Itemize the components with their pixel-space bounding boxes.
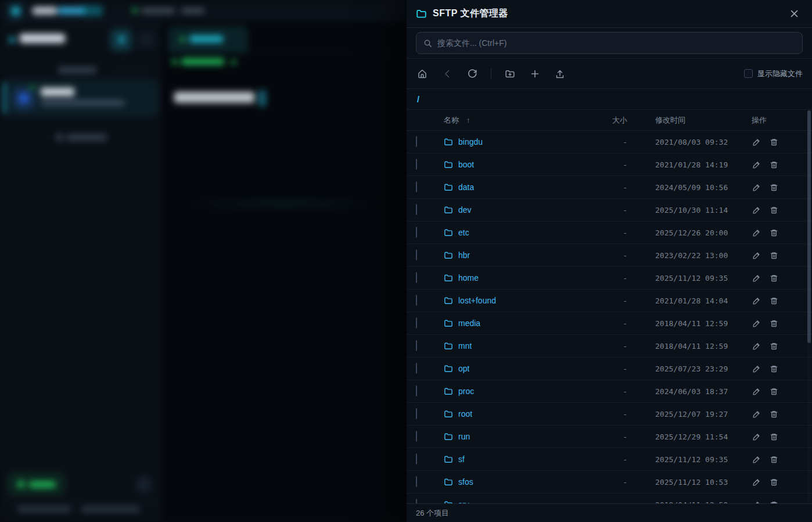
row-checkbox[interactable] xyxy=(416,363,417,374)
row-checkbox[interactable] xyxy=(416,340,417,351)
file-name-link[interactable]: lost+found xyxy=(458,296,496,305)
row-checkbox[interactable] xyxy=(416,249,417,260)
delete-icon[interactable] xyxy=(769,251,778,260)
delete-icon[interactable] xyxy=(769,455,778,464)
file-name-link[interactable]: bingdu xyxy=(458,137,483,146)
home-button[interactable] xyxy=(416,67,429,80)
row-checkbox[interactable] xyxy=(416,227,417,238)
file-name-link[interactable]: data xyxy=(458,183,474,192)
delete-icon[interactable] xyxy=(769,500,778,503)
delete-icon[interactable] xyxy=(769,477,778,487)
rename-icon[interactable] xyxy=(752,251,761,260)
file-row[interactable]: media - 2018/04/11 12:59 xyxy=(407,312,812,335)
row-checkbox[interactable] xyxy=(416,431,417,442)
column-header-modified[interactable]: 修改时间 xyxy=(655,115,742,126)
rename-icon[interactable] xyxy=(752,477,761,487)
file-row[interactable]: lost+found - 2021/01/28 14:04 xyxy=(407,289,812,312)
row-checkbox[interactable] xyxy=(416,499,417,503)
delete-icon[interactable] xyxy=(769,432,778,441)
delete-icon[interactable] xyxy=(769,364,778,373)
rename-icon[interactable] xyxy=(752,455,761,464)
file-name-link[interactable]: hbr xyxy=(458,251,470,260)
file-name-link[interactable]: media xyxy=(458,319,480,328)
file-name-link[interactable]: sf xyxy=(458,455,465,464)
file-row[interactable]: sfos - 2025/11/12 10:53 xyxy=(407,471,812,494)
file-name-link[interactable]: mnt xyxy=(458,341,472,351)
rename-icon[interactable] xyxy=(752,183,761,192)
rename-icon[interactable] xyxy=(752,364,761,373)
delete-icon[interactable] xyxy=(769,137,778,146)
delete-icon[interactable] xyxy=(769,341,778,351)
row-checkbox[interactable] xyxy=(416,136,417,147)
search-box[interactable] xyxy=(416,32,803,54)
file-name-link[interactable]: proc xyxy=(458,387,474,396)
file-row[interactable]: sf - 2025/11/12 09:35 xyxy=(407,448,812,471)
rename-icon[interactable] xyxy=(752,319,761,328)
file-row[interactable]: home - 2025/11/12 09:35 xyxy=(407,267,812,289)
file-name-link[interactable]: boot xyxy=(458,160,474,169)
file-row[interactable]: bingdu - 2021/08/03 09:32 xyxy=(407,131,812,153)
rename-icon[interactable] xyxy=(752,296,761,305)
rename-icon[interactable] xyxy=(752,387,761,396)
file-name-link[interactable]: etc xyxy=(458,228,469,237)
delete-icon[interactable] xyxy=(769,319,778,328)
file-row[interactable]: root - 2025/12/07 19:27 xyxy=(407,403,812,426)
file-row[interactable]: data - 2024/05/09 10:56 xyxy=(407,176,812,199)
file-name-link[interactable]: sfos xyxy=(458,477,473,487)
file-row[interactable]: opt - 2025/07/23 23:29 xyxy=(407,357,812,380)
rename-icon[interactable] xyxy=(752,341,761,351)
row-checkbox[interactable] xyxy=(416,453,417,464)
delete-icon[interactable] xyxy=(769,387,778,396)
row-checkbox[interactable] xyxy=(416,476,417,487)
search-input[interactable] xyxy=(437,38,795,48)
file-row[interactable]: boot - 2021/01/28 14:19 xyxy=(407,153,812,176)
new-folder-button[interactable] xyxy=(504,67,516,80)
file-name-link[interactable]: home xyxy=(458,273,479,283)
file-name-link[interactable]: run xyxy=(458,432,470,441)
delete-icon[interactable] xyxy=(769,183,778,192)
file-row[interactable]: srv - 2018/04/11 12:59 xyxy=(407,494,812,503)
delete-icon[interactable] xyxy=(769,409,778,419)
row-checkbox[interactable] xyxy=(416,272,417,283)
back-button[interactable] xyxy=(441,67,454,80)
row-checkbox[interactable] xyxy=(416,408,417,419)
delete-icon[interactable] xyxy=(769,273,778,283)
file-name-link[interactable]: root xyxy=(458,409,472,419)
delete-icon[interactable] xyxy=(769,160,778,169)
delete-icon[interactable] xyxy=(769,296,778,305)
close-button[interactable] xyxy=(785,5,803,23)
column-header-size[interactable]: 大小 xyxy=(585,115,627,126)
settings-button[interactable] xyxy=(135,476,152,493)
delete-icon[interactable] xyxy=(769,205,778,214)
rename-icon[interactable] xyxy=(752,137,761,146)
row-checkbox[interactable] xyxy=(416,385,417,396)
file-row[interactable]: dev - 2025/10/30 11:14 xyxy=(407,199,812,221)
row-checkbox[interactable] xyxy=(416,159,417,170)
file-name-link[interactable]: dev xyxy=(458,205,472,214)
row-checkbox[interactable] xyxy=(416,181,417,192)
rename-icon[interactable] xyxy=(752,160,761,169)
rename-icon[interactable] xyxy=(752,500,761,503)
file-list[interactable]: bingdu - 2021/08/03 09:32 xyxy=(407,131,812,503)
rename-icon[interactable] xyxy=(752,409,761,419)
rename-icon[interactable] xyxy=(752,432,761,441)
rename-icon[interactable] xyxy=(752,205,761,214)
row-checkbox[interactable] xyxy=(416,317,417,328)
path-segment-root[interactable]: / xyxy=(417,94,419,104)
file-name-link[interactable]: opt xyxy=(458,364,469,373)
file-row[interactable]: run - 2025/12/29 11:54 xyxy=(407,426,812,448)
file-row[interactable]: mnt - 2018/04/11 12:59 xyxy=(407,335,812,357)
file-row[interactable]: proc - 2024/06/03 18:37 xyxy=(407,380,812,403)
file-name-link[interactable]: srv xyxy=(458,500,469,503)
show-hidden-checkbox[interactable] xyxy=(744,69,753,78)
file-row[interactable]: etc - 2025/12/26 20:00 xyxy=(407,221,812,244)
sidebar-more-button[interactable] xyxy=(138,31,155,48)
rename-icon[interactable] xyxy=(752,228,761,237)
rename-icon[interactable] xyxy=(752,273,761,283)
file-row[interactable]: hbr - 2023/02/22 13:00 xyxy=(407,244,812,267)
row-checkbox[interactable] xyxy=(416,295,417,306)
scrollbar-thumb[interactable] xyxy=(807,110,811,343)
row-checkbox[interactable] xyxy=(416,204,417,215)
show-hidden-toggle[interactable]: 显示隐藏文件 xyxy=(744,69,803,79)
new-file-button[interactable] xyxy=(529,67,541,80)
